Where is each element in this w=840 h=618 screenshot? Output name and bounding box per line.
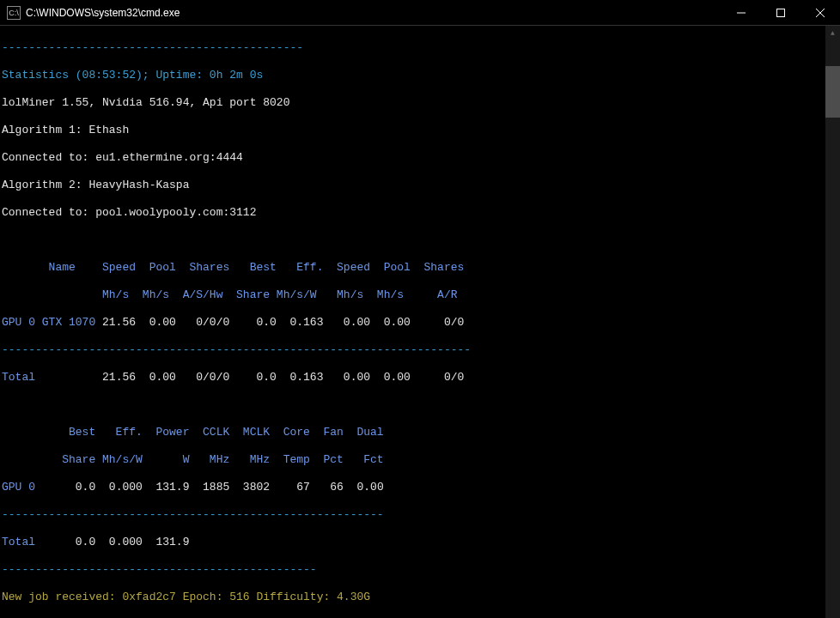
scrollbar-up-button[interactable]: ▲ (825, 26, 840, 40)
table2-header1: Best Eff. Power CCLK MCLK Core Fan Dual (2, 426, 838, 439)
cmd-icon: C:\ (7, 6, 21, 20)
gpu-values: 21.56 0.00 0/0/0 0.0 0.163 0.00 0.00 0/0 (95, 316, 464, 329)
table1-sep: ----------------------------------------… (2, 343, 838, 357)
svg-rect-1 (777, 9, 785, 16)
terminal-output[interactable]: ----------------------------------------… (0, 26, 840, 618)
scrollbar[interactable]: ▲ (825, 26, 840, 618)
minimize-button[interactable] (721, 0, 761, 25)
total-label: Total (2, 371, 35, 384)
scrollbar-thumb[interactable] (825, 66, 840, 118)
close-button[interactable] (800, 0, 840, 25)
miner-version: lolMiner 1.55, Nvidia 516.94, Api port 8… (2, 96, 838, 110)
gpu2-values: 0.0 0.000 131.9 1885 3802 67 66 0.00 (35, 481, 384, 494)
table2-sep: ----------------------------------------… (2, 508, 838, 522)
maximize-button[interactable] (761, 0, 800, 25)
gpu-label: GPU 0 GTX 1070 (2, 316, 95, 329)
job-line: New job received: 0xfad2c7 Epoch: 516 Di… (2, 591, 838, 604)
table2-sep2: ----------------------------------------… (2, 563, 838, 577)
gpu2-label: GPU 0 (2, 481, 35, 494)
separator-line: ----------------------------------------… (2, 41, 838, 55)
table2-header2: Share Mh/s/W W MHz MHz Temp Pct Fct (2, 453, 838, 467)
connection-1: Connected to: eu1.ethermine.org:4444 (2, 151, 838, 165)
stats-header: Statistics (08:53:52); Uptime: 0h 2m 0s (2, 69, 838, 82)
algorithm-2: Algorithm 2: HeavyHash-Kaspa (2, 179, 838, 192)
total-values: 21.56 0.00 0/0/0 0.0 0.163 0.00 0.00 0/0 (35, 371, 464, 384)
titlebar: C:\ C:\WINDOWS\system32\cmd.exe (0, 0, 840, 26)
total2-values: 0.0 0.000 131.9 (35, 536, 189, 548)
total2-label: Total (2, 536, 35, 548)
algorithm-1: Algorithm 1: Ethash (2, 124, 838, 137)
window-controls (721, 0, 840, 25)
window-title: C:\WINDOWS\system32\cmd.exe (26, 6, 721, 20)
table1-header2: Mh/s Mh/s A/S/Hw Share Mh/s/W Mh/s Mh/s … (2, 288, 838, 302)
connection-2: Connected to: pool.woolypooly.com:3112 (2, 206, 838, 220)
table1-header1: Name Speed Pool Shares Best Eff. Speed P… (2, 261, 838, 275)
